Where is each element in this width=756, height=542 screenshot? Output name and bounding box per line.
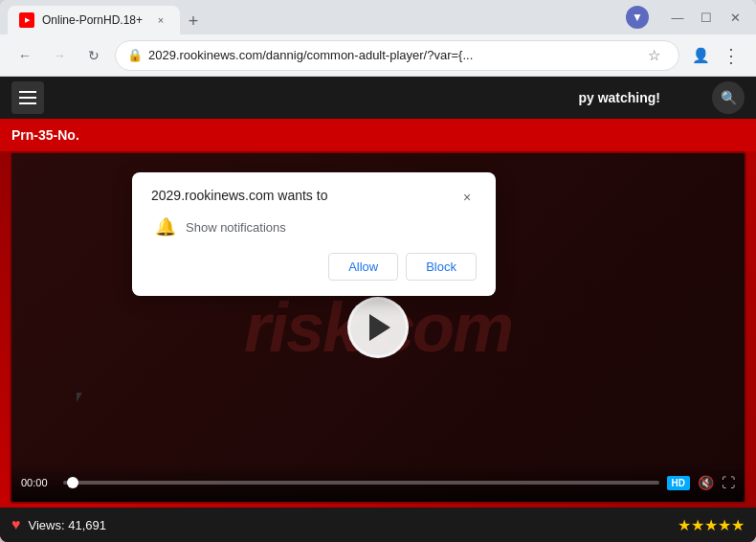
progress-thumb xyxy=(67,477,78,488)
address-input[interactable]: 🔒 2029.rookinews.com/dannig/common-adult… xyxy=(115,40,679,71)
url-display: 2029.rookinews.com/dannig/common-adult-p… xyxy=(148,48,634,62)
watch-text: py watching! xyxy=(578,90,660,105)
dialog-header: 2029.rookinews.com wants to × xyxy=(151,188,477,207)
browser-window: Online-PornHD.18+ × + ▼ — ☐ ✕ ← → ↻ 🔒 20… xyxy=(0,0,756,542)
page-content: py watching! 🔍 Prn-35-No. risk.com 00:00 xyxy=(0,77,756,542)
fullscreen-button[interactable]: ⛶ xyxy=(722,475,735,490)
new-tab-button[interactable]: + xyxy=(180,8,207,34)
search-button[interactable]: 🔍 xyxy=(712,81,745,114)
site-title-bar: Prn-35-No. xyxy=(0,119,756,151)
dialog-buttons: Allow Block xyxy=(151,253,477,281)
tab-close-button[interactable]: × xyxy=(153,12,168,28)
dialog-close-button[interactable]: × xyxy=(457,188,477,207)
reload-button[interactable]: ↻ xyxy=(80,42,107,69)
minimize-button[interactable]: — xyxy=(664,4,691,31)
extension-area: ▼ xyxy=(626,6,649,29)
site-title: Prn-35-No. xyxy=(11,127,79,143)
active-tab[interactable]: Online-PornHD.18+ × xyxy=(8,6,180,34)
dialog-permission: 🔔 Show notifications xyxy=(151,216,477,237)
star-rating: ★★★★★ xyxy=(678,516,745,534)
bell-icon: 🔔 xyxy=(155,216,176,237)
time-display: 00:00 xyxy=(21,477,56,488)
profile-icon[interactable]: 👤 xyxy=(687,42,714,69)
views-text: Views: 41,691 xyxy=(29,518,106,532)
progress-bar[interactable] xyxy=(63,481,659,485)
chrome-menu-button[interactable]: ⋮ xyxy=(718,42,745,69)
bookmark-icon[interactable]: ☆ xyxy=(640,42,667,69)
dialog-title: 2029.rookinews.com wants to xyxy=(151,188,327,203)
close-button[interactable]: ✕ xyxy=(722,4,748,31)
tab-title: Online-PornHD.18+ xyxy=(42,13,145,27)
site-footer: ♥ Views: 41,691 ★★★★★ xyxy=(0,508,756,542)
permission-text: Show notifications xyxy=(186,220,286,235)
play-button[interactable] xyxy=(347,297,409,358)
back-button[interactable]: ← xyxy=(11,42,38,69)
block-button[interactable]: Block xyxy=(406,253,477,281)
mute-button[interactable]: 🔇 xyxy=(698,475,714,490)
hamburger-menu[interactable] xyxy=(11,81,44,114)
address-actions: 👤 ⋮ xyxy=(687,42,745,69)
video-controls: 00:00 HD 🔇 ⛶ xyxy=(11,463,745,502)
tab-favicon xyxy=(19,12,34,28)
maximize-button[interactable]: ☐ xyxy=(693,4,720,31)
title-bar: Online-PornHD.18+ × + ▼ — ☐ ✕ xyxy=(0,0,756,34)
allow-button[interactable]: Allow xyxy=(328,253,398,281)
tab-bar: Online-PornHD.18+ × + xyxy=(8,0,622,34)
window-controls: — ☐ ✕ xyxy=(664,4,748,31)
notification-dialog: 2029.rookinews.com wants to × 🔔 Show not… xyxy=(132,172,496,296)
heart-icon: ♥ xyxy=(11,516,21,533)
extension-icon[interactable]: ▼ xyxy=(626,6,649,29)
hd-badge: HD xyxy=(667,476,690,490)
address-bar: ← → ↻ 🔒 2029.rookinews.com/dannig/common… xyxy=(0,34,756,77)
site-header: py watching! 🔍 xyxy=(0,77,756,119)
search-icon: 🔍 xyxy=(721,90,737,105)
forward-button[interactable]: → xyxy=(46,42,73,69)
lock-icon: 🔒 xyxy=(127,48,143,62)
